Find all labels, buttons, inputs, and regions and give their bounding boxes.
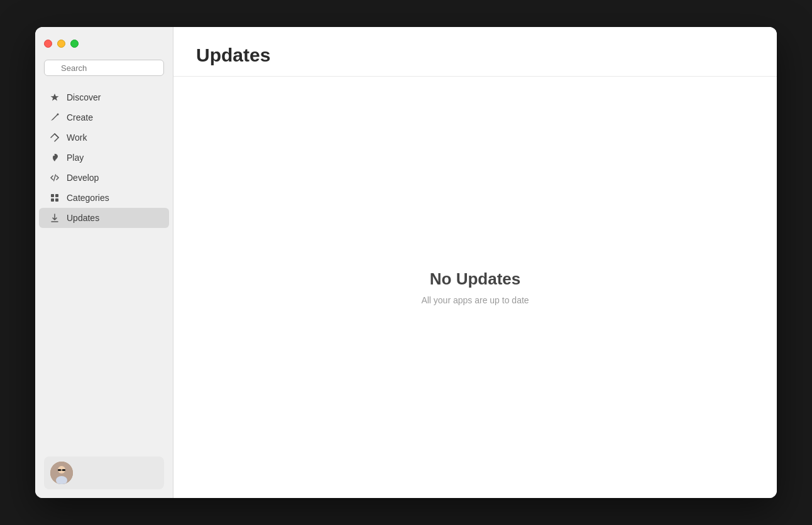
sidebar-item-develop[interactable]: Develop: [39, 168, 169, 188]
app-window: Discover Create: [35, 27, 777, 498]
sidebar-footer: [35, 448, 173, 498]
page-title: Updates: [196, 45, 754, 66]
close-button[interactable]: [44, 40, 52, 48]
sidebar-item-categories[interactable]: Categories: [39, 188, 169, 208]
svg-rect-14: [62, 469, 65, 471]
sidebar-item-play[interactable]: Play: [39, 148, 169, 168]
sidebar-item-work[interactable]: Work: [39, 127, 169, 148]
sidebar-item-label-create: Create: [67, 112, 93, 122]
sidebar-item-label-discover: Discover: [67, 92, 101, 102]
sidebar-item-label-play: Play: [67, 153, 84, 163]
sidebar-item-label-categories: Categories: [67, 193, 109, 203]
user-profile[interactable]: [44, 457, 164, 489]
sidebar-item-discover[interactable]: Discover: [39, 87, 169, 107]
search-input[interactable]: [44, 60, 164, 76]
sidebar-item-label-develop: Develop: [67, 173, 99, 183]
svg-rect-8: [51, 198, 54, 202]
discover-icon: [49, 92, 60, 103]
sidebar-item-label-updates: Updates: [67, 213, 99, 223]
work-icon: [49, 132, 60, 143]
create-icon: [49, 112, 60, 123]
develop-icon: [49, 172, 60, 183]
maximize-button[interactable]: [70, 40, 79, 48]
sidebar: Discover Create: [35, 27, 173, 498]
svg-point-3: [57, 114, 59, 116]
minimize-button[interactable]: [57, 40, 65, 48]
svg-marker-2: [51, 94, 59, 101]
main-content: Updates No Updates All your apps are up …: [173, 27, 777, 498]
svg-rect-13: [58, 469, 61, 471]
categories-icon: [49, 192, 60, 203]
search-wrapper: [35, 60, 173, 85]
sidebar-item-create[interactable]: Create: [39, 107, 169, 127]
main-body: No Updates All your apps are up to date: [173, 77, 777, 498]
main-header: Updates: [173, 27, 777, 77]
search-container: [44, 60, 164, 76]
sidebar-nav: Discover Create: [35, 85, 173, 448]
svg-rect-7: [55, 194, 58, 197]
no-updates-subtitle: All your apps are up to date: [421, 295, 529, 305]
sidebar-item-updates[interactable]: Updates: [39, 208, 169, 228]
play-icon: [49, 152, 60, 163]
avatar: [50, 462, 73, 484]
svg-line-5: [54, 175, 56, 181]
updates-icon: [49, 212, 60, 224]
no-updates-title: No Updates: [430, 269, 520, 289]
svg-rect-9: [55, 198, 58, 202]
svg-rect-6: [51, 194, 54, 197]
sidebar-item-label-work: Work: [67, 133, 87, 143]
titlebar: [35, 27, 173, 60]
svg-point-4: [53, 154, 55, 156]
